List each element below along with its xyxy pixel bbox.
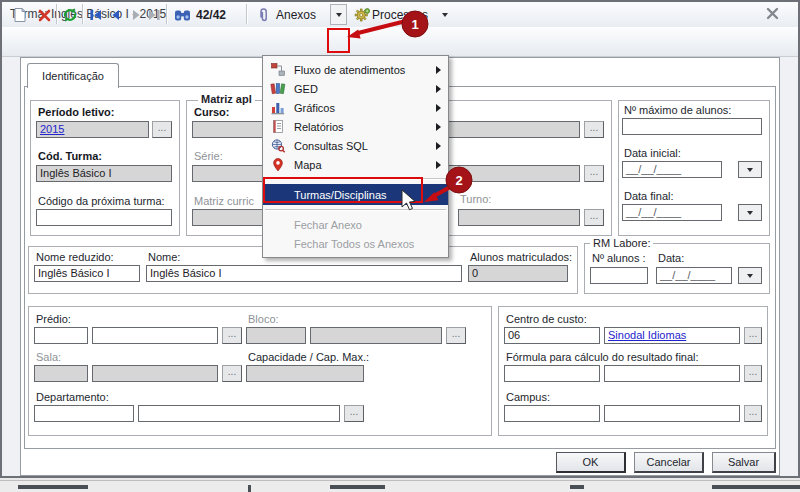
delete-record-button[interactable] [34,5,54,25]
matriz-aplicada-title: Matriz apl [198,93,255,105]
first-record-icon [88,7,104,23]
matriz-curricular-label: Matriz curric [194,195,254,207]
previous-record-icon [108,7,124,23]
ok-button[interactable]: OK [556,452,626,473]
cod-turma-label: Cód. Turma: [38,150,102,162]
periodo-letivo-lookup-button[interactable]: ... [152,121,172,138]
centro-custo-label: Centro de custo: [506,313,587,325]
toolbar [2,27,798,57]
refresh-button[interactable] [60,5,80,25]
anexos-button[interactable] [254,5,274,25]
data-inicial-calendar-button[interactable] [738,161,762,178]
toolbar-separator [166,4,167,24]
periodo-letivo-field[interactable]: 2015 [36,121,149,138]
predio-nome-field[interactable] [92,327,218,344]
sala-codigo-field [34,365,88,382]
menu-separator [265,209,446,211]
processos-button[interactable] [352,5,372,25]
menu-item-label: GED [294,83,318,95]
centro-custo-codigo-field[interactable]: 06 [504,327,600,344]
rm-labore-data-field[interactable]: __/__/____ [656,267,732,284]
periodo-letivo-label: Período letivo: [38,106,114,118]
submenu-arrow-icon [436,66,441,74]
predio-label: Prédio: [36,313,71,325]
graficos-icon [270,100,286,115]
codigo-proxima-turma-field[interactable] [36,209,172,226]
formula-lookup-button[interactable]: ... [744,365,762,382]
submenu-arrow-icon [436,161,441,169]
next-record-button[interactable] [126,5,146,25]
bloco-lookup-button[interactable]: ... [446,327,466,344]
chevron-down-icon [747,211,753,215]
serie-label: Série: [194,150,223,162]
menu-item-label: Mapa [294,159,322,171]
first-record-button[interactable] [86,5,106,25]
predio-codigo-field[interactable] [34,327,88,344]
data-final-label: Data final: [624,190,674,202]
menu-item-fechar-todos-anexos: Fechar Todos os Anexos [263,234,448,253]
data-inicial-field[interactable]: __/__/____ [622,161,722,178]
alunos-matriculados-label: Alunos matriculados: [470,251,572,263]
refresh-icon [62,7,78,23]
background-text-fragment [712,485,800,489]
cancelar-button[interactable]: Cancelar [634,452,704,473]
bloco-label: Bloco: [248,313,279,325]
nome-field[interactable]: Inglês Básico I [146,265,462,282]
data-final-field[interactable]: __/__/____ [622,204,722,221]
formula-nome-field[interactable] [604,365,740,382]
chevron-down-icon [747,168,753,172]
anexos-label: Anexos [276,8,316,22]
menu-item-label: Fluxo de atendimentos [294,64,405,76]
sala-lookup-button[interactable]: ... [222,365,242,382]
menu-item-relatorios[interactable]: Relatórios [263,117,448,136]
formula-codigo-field[interactable] [504,365,600,382]
nome-label: Nome: [148,251,180,263]
predio-lookup-button[interactable]: ... [222,327,242,344]
background-text-fragment [570,485,584,489]
anexos-dropdown-button[interactable] [330,4,347,25]
menu-item-consultas-sql[interactable]: Consultas SQL [263,136,448,155]
delete-x-icon [37,8,52,23]
departamento-nome-field[interactable] [138,405,340,422]
rm-labore-data-label: Data: [658,252,684,264]
curso-lookup-button[interactable]: ... [584,121,604,138]
previous-record-button[interactable] [106,5,126,25]
processos-dropdown-button[interactable] [438,5,452,25]
formula-label: Fórmula para cálculo do resultado final: [506,351,699,363]
menu-item-fluxo-de-atendimentos[interactable]: Fluxo de atendimentos [263,60,448,79]
departamento-lookup-button[interactable]: ... [344,405,364,422]
consultas-sql-icon [270,138,286,153]
nome-reduzido-field[interactable]: Inglês Básico I [34,265,140,282]
menu-item-mapa[interactable]: Mapa [263,155,448,174]
find-button[interactable] [172,5,192,25]
centro-custo-nome-field[interactable]: Sinodal Idiomas [604,327,740,344]
data-final-calendar-button[interactable] [738,204,762,221]
centro-custo-link[interactable]: Sinodal Idiomas [608,329,686,341]
salvar-button[interactable]: Salvar [712,452,776,473]
n-maximo-alunos-field[interactable] [622,118,762,135]
codigo-proxima-turma-label: Código da próxima turma: [38,195,165,207]
campus-nome-field[interactable] [604,405,740,422]
last-record-button[interactable] [144,5,164,25]
campus-lookup-button[interactable]: ... [744,405,762,422]
rm-labore-n-alunos-field[interactable] [590,267,648,284]
sala-nome-field [92,365,218,382]
data-inicial-label: Data inicial: [624,147,681,159]
campus-codigo-field[interactable] [504,405,600,422]
tab-identificacao[interactable]: Identificação [27,63,119,88]
new-record-button[interactable] [10,5,30,25]
menu-item-turmas-disciplinas[interactable]: Turmas/Disciplinas [263,184,448,205]
chevron-down-icon [442,13,448,17]
serie-lookup-button[interactable]: ... [584,165,604,182]
turno-lookup-button[interactable]: ... [584,209,604,226]
departamento-codigo-field[interactable] [34,405,134,422]
rm-labore-data-calendar-button[interactable] [738,267,762,284]
centro-custo-lookup-button[interactable]: ... [744,327,762,344]
close-icon [766,7,779,20]
menu-item-ged[interactable]: GED [263,79,448,98]
background-text-fragment [330,485,385,489]
close-button[interactable] [763,6,781,22]
menu-item-graficos[interactable]: Gráficos [263,98,448,117]
periodo-letivo-link[interactable]: 2015 [40,123,64,135]
nome-reduzido-label: Nome reduzido: [36,251,114,263]
